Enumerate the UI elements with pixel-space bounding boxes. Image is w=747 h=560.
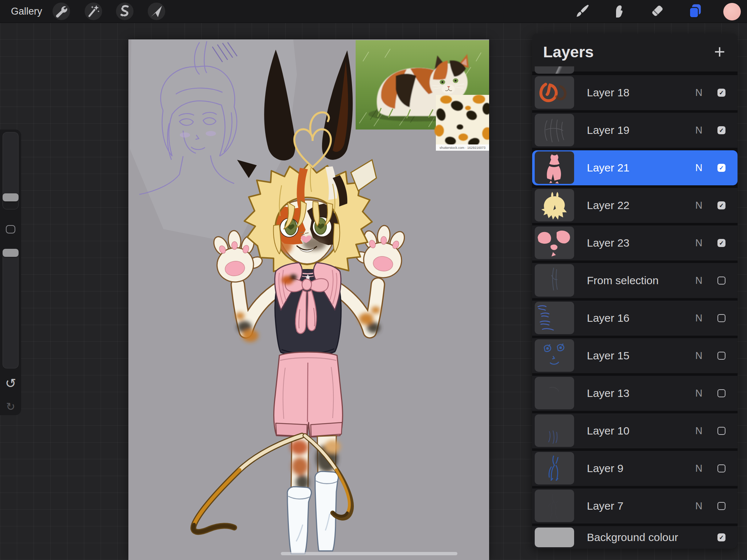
layer-visibility-checkbox[interactable]	[717, 427, 725, 435]
sidebar-tool-controls: ↺ ↻	[0, 130, 21, 415]
layer-name: Layer 21	[587, 150, 630, 185]
layer-row[interactable]: Layer 10 N	[532, 413, 738, 448]
layer-visibility-checkbox[interactable]	[717, 201, 725, 209]
layer-visibility-checkbox[interactable]	[717, 352, 725, 360]
transform-button[interactable]	[148, 3, 165, 20]
layer-visibility-checkbox[interactable]	[717, 464, 725, 472]
layer-row[interactable]: Layer 18 N	[532, 75, 738, 110]
layer-thumbnail[interactable]	[535, 452, 574, 484]
layer-thumbnail[interactable]	[535, 264, 574, 297]
smudge-tool-button[interactable]	[610, 3, 626, 19]
gallery-button[interactable]: Gallery	[11, 0, 42, 23]
blend-mode-badge[interactable]: N	[693, 113, 705, 148]
blend-mode-badge[interactable]: N	[693, 150, 705, 185]
home-indicator[interactable]	[281, 552, 457, 555]
background-colour-thumbnail[interactable]	[535, 528, 574, 547]
layer-visibility-checkbox[interactable]	[717, 502, 725, 510]
layer-name: Layer 9	[587, 451, 623, 486]
brush-size-slider-handle[interactable]	[3, 193, 19, 201]
layer-name: Layer 15	[587, 338, 630, 373]
layer-thumbnail[interactable]	[535, 414, 574, 447]
layer-visibility-checkbox[interactable]	[717, 164, 725, 172]
background-colour-row[interactable]: Background colour	[532, 526, 738, 549]
layer-visibility-checkbox[interactable]	[717, 126, 725, 134]
blend-mode-badge[interactable]: N	[693, 488, 705, 524]
canvas-artwork: shutterstock.com · 1629216073	[128, 39, 489, 560]
layer-thumbnail[interactable]	[535, 302, 574, 334]
layer-name: From selection	[587, 263, 659, 298]
layer-visibility-checkbox[interactable]	[717, 277, 725, 285]
layer-name: Layer 16	[587, 301, 630, 336]
layer-thumbnail[interactable]	[535, 339, 574, 372]
eraser-icon	[649, 3, 665, 19]
layer-name: Background colour	[587, 526, 678, 549]
active-color-swatch[interactable]	[723, 3, 741, 20]
blend-mode-badge[interactable]: N	[693, 225, 705, 260]
layer-row[interactable]: Layer 16 N	[532, 301, 738, 336]
layer-name: Layer 19	[587, 113, 630, 148]
smudge-finger-icon	[610, 3, 626, 19]
layer-name: Layer 7	[587, 488, 623, 524]
blend-mode-badge[interactable]: N	[693, 263, 705, 298]
layer-visibility-checkbox[interactable]	[717, 239, 725, 247]
layer-thumbnail[interactable]	[535, 76, 574, 109]
drawing-canvas[interactable]: shutterstock.com · 1629216073	[128, 39, 489, 560]
brush-size-slider-lower	[3, 201, 18, 209]
layer-visibility-checkbox[interactable]	[717, 89, 725, 97]
layer-row[interactable]: Layer 22 N	[532, 188, 738, 223]
actions-wrench-button[interactable]	[53, 3, 70, 20]
layer-thumbnail[interactable]	[535, 189, 574, 221]
layer-thumbnail[interactable]	[535, 377, 574, 409]
layers-panel-button[interactable]	[687, 3, 703, 19]
blend-mode-badge[interactable]: N	[693, 451, 705, 486]
transform-arrow-icon	[149, 4, 164, 19]
layer-name: Layer 22	[587, 188, 630, 223]
watermark-text: shutterstock.com · 1629216073	[440, 146, 485, 150]
layer-visibility-checkbox[interactable]	[717, 389, 725, 397]
layer-row-partial[interactable]	[535, 66, 574, 74]
layer-thumbnail[interactable]	[535, 114, 574, 146]
blend-mode-badge[interactable]: N	[693, 188, 705, 223]
layers-panel: Layers + Layer 18 N	[532, 34, 738, 549]
reference-fur-swatch: shutterstock.com · 1629216073	[434, 95, 489, 151]
layer-row[interactable]: From selection N	[532, 263, 738, 298]
adjustments-button[interactable]	[85, 3, 102, 20]
layer-name: Layer 18	[587, 75, 630, 110]
opacity-slider[interactable]	[3, 251, 19, 368]
layer-row[interactable]: Layer 15 N	[532, 338, 738, 373]
layer-visibility-checkbox[interactable]	[717, 533, 725, 541]
selection-s-icon	[117, 4, 132, 19]
layer-row[interactable]: Layer 13 N	[532, 376, 738, 411]
layers-icon	[687, 3, 703, 20]
redo-button[interactable]: ↻	[0, 400, 21, 413]
add-layer-button[interactable]: +	[709, 42, 730, 62]
procreate-app: shutterstock.com · 1629216073	[0, 0, 747, 560]
brush-icon	[574, 3, 590, 19]
wrench-icon	[54, 4, 69, 19]
eraser-tool-button[interactable]	[649, 3, 665, 19]
layer-name: Layer 13	[587, 376, 630, 411]
layers-panel-title: Layers	[543, 43, 594, 61]
selection-button[interactable]	[116, 3, 133, 20]
layer-thumbnail[interactable]	[535, 151, 574, 184]
modify-button[interactable]	[6, 225, 15, 233]
layer-row[interactable]: Layer 9 N	[532, 451, 738, 486]
layer-name: Layer 23	[587, 225, 630, 260]
layer-row[interactable]: Layer 19 N	[532, 113, 738, 148]
blend-mode-badge[interactable]: N	[693, 301, 705, 336]
brush-tool-button[interactable]	[574, 3, 590, 19]
layer-thumbnail[interactable]	[535, 490, 574, 522]
blend-mode-badge[interactable]: N	[693, 413, 705, 448]
layer-visibility-checkbox[interactable]	[717, 314, 725, 322]
blend-mode-badge[interactable]: N	[693, 75, 705, 110]
layer-row[interactable]: Layer 7 N	[532, 488, 738, 524]
layer-name: Layer 10	[587, 413, 630, 448]
blend-mode-badge[interactable]: N	[693, 376, 705, 411]
layer-row-selected[interactable]: Layer 21 N	[532, 150, 738, 185]
layer-thumbnail[interactable]	[535, 227, 574, 259]
blend-mode-badge[interactable]: N	[693, 338, 705, 373]
layer-row[interactable]: Layer 23 N	[532, 225, 738, 260]
undo-button[interactable]: ↺	[0, 377, 21, 390]
top-toolbar: Gallery	[0, 0, 747, 23]
opacity-slider-handle[interactable]	[3, 249, 19, 257]
